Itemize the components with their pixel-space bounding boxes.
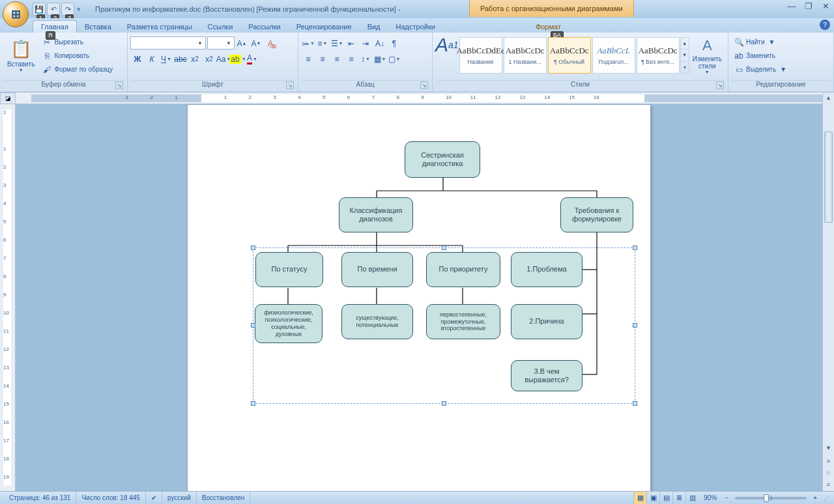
view-outline[interactable]: ≣ [672, 492, 685, 504]
status-language[interactable]: русский [162, 492, 197, 504]
zoom-out-button[interactable]: − [722, 494, 731, 501]
horizontal-ruler[interactable]: 32112345678910111213141516 [16, 92, 822, 104]
view-print-layout[interactable]: ▦ [633, 492, 646, 504]
restore-button[interactable]: ❐ [803, 1, 814, 11]
paste-button[interactable]: 📋 Вставить ▼ [3, 34, 39, 77]
resize-handle[interactable] [442, 245, 446, 250]
tab-addins[interactable]: Надстройки [388, 21, 443, 33]
para-launcher[interactable]: ↘ [420, 81, 428, 89]
bold-button[interactable]: Ж [130, 52, 145, 66]
style-item[interactable]: AaBbCcDdEeНазвание [459, 37, 502, 74]
diagram-node-requirements[interactable]: Требования к формулировке [560, 197, 633, 232]
multilevel-button[interactable]: ☰▼ [330, 36, 344, 50]
vertical-scrollbar[interactable]: ▲ ▼ ≡ ○ ≡ [822, 92, 834, 491]
status-spellcheck[interactable]: ✔ [146, 492, 162, 504]
office-button[interactable]: ⊞ [3, 1, 29, 27]
change-styles-button[interactable]: A Изменить стили▼ [689, 34, 725, 77]
status-zoom-value[interactable]: 90% [698, 492, 722, 504]
align-left-button[interactable]: ≡ [301, 52, 315, 66]
shrink-font-button[interactable]: A▼ [249, 36, 263, 50]
tab-page-layout[interactable]: Разметка страницы [119, 21, 200, 33]
find-button[interactable]: 🔍Найти▼ [732, 35, 788, 49]
ruler-corner[interactable]: ◪ [0, 92, 16, 104]
resize-handle[interactable] [633, 401, 637, 406]
format-painter-button[interactable]: 🖌Формат по образцу [40, 63, 115, 76]
diagram-selection[interactable] [253, 247, 635, 404]
replace-button[interactable]: abЗаменить [732, 49, 788, 63]
style-gallery[interactable]: AaBbCcDdEeНазвание AaBbCcDc1 Названи... … [459, 34, 689, 77]
vertical-ruler[interactable]: 11234567891011121314151617181920 [0, 104, 16, 491]
diagram-node-classification[interactable]: Классификация диагнозов [339, 197, 413, 232]
style-item[interactable]: AaBbCcDc¶ Без инте... [637, 37, 680, 74]
zoom-slider[interactable] [735, 497, 807, 499]
tab-view[interactable]: Вид [360, 21, 388, 33]
borders-button[interactable]: ▢▼ [387, 52, 401, 66]
show-marks-button[interactable]: ¶ [387, 36, 401, 50]
resize-handle[interactable] [251, 245, 255, 250]
tab-references[interactable]: Ссылки [200, 21, 241, 33]
strike-button[interactable]: abc [173, 52, 188, 66]
minimize-button[interactable]: — [786, 1, 798, 11]
tab-insert[interactable]: Вставка [77, 21, 119, 33]
qat-undo[interactable]: ↶ [47, 3, 60, 16]
align-center-button[interactable]: ≡ [315, 52, 330, 66]
select-button[interactable]: ▭Выделить▼ [732, 63, 788, 76]
clipboard-launcher[interactable]: ↘ [115, 81, 123, 89]
scroll-down-button[interactable]: ▼ [823, 443, 834, 453]
underline-button[interactable]: Ч▼ [159, 52, 173, 66]
help-button[interactable]: ? [820, 20, 830, 30]
diagram-node-root[interactable]: Сестринская диагностика [405, 141, 480, 178]
view-full-screen[interactable]: ▣ [646, 492, 659, 504]
document-area[interactable]: Сестринская диагностика Классификация ди… [16, 104, 822, 491]
status-recovered[interactable]: Восстановлен [197, 492, 250, 504]
resize-handle[interactable] [633, 245, 637, 250]
font-name-combo[interactable]: ▼ [130, 36, 206, 49]
dec-indent-button[interactable]: ⇤ [344, 36, 358, 50]
resize-handle[interactable] [251, 401, 255, 406]
copy-button[interactable]: ⎘Копировать [40, 49, 115, 63]
line-spacing-button[interactable]: ↕▼ [358, 52, 373, 66]
font-size-combo[interactable]: ▼ [207, 36, 235, 49]
view-web[interactable]: ▤ [659, 492, 672, 504]
style-item[interactable]: AaBbCcDc1 Названи... [504, 37, 547, 74]
font-color-button[interactable]: A▼ [245, 52, 259, 66]
browse-next-button[interactable]: ≡ [823, 479, 834, 490]
tab-mailings[interactable]: Рассылки [240, 21, 288, 33]
justify-button[interactable]: ≡ [344, 52, 358, 66]
highlight-button[interactable]: ab▼ [231, 52, 245, 66]
close-button[interactable]: ✕ [820, 1, 831, 11]
style-item[interactable]: AaBbCcLПодзагол... [592, 37, 635, 74]
bullets-button[interactable]: ≔▼ [301, 36, 315, 50]
grow-font-button[interactable]: A▲ [235, 36, 249, 50]
styles-launcher[interactable]: ↘ [716, 81, 724, 89]
shading-button[interactable]: ▦▼ [373, 52, 387, 66]
browse-prev-button[interactable]: ≡ [823, 456, 834, 466]
resize-handle[interactable] [442, 401, 446, 406]
resize-handle[interactable] [251, 323, 255, 328]
numbering-button[interactable]: ≡▼ [315, 36, 330, 50]
status-page[interactable]: Страница: 46 из 131 [4, 492, 76, 504]
subscript-button[interactable]: x2 [188, 52, 202, 66]
cut-button[interactable]: ✂Вырезать [40, 35, 115, 49]
resize-handle[interactable] [633, 323, 637, 328]
superscript-button[interactable]: x2 [202, 52, 216, 66]
browse-object-button[interactable]: ○ [823, 468, 834, 478]
italic-button[interactable]: К [145, 52, 159, 66]
style-item[interactable]: AaBbCcDc¶ Обычный [548, 37, 591, 74]
gallery-scroll[interactable]: ▲▼▾ [680, 37, 689, 74]
view-draft[interactable]: ▥ [685, 492, 698, 504]
align-right-button[interactable]: ≡ [330, 52, 344, 66]
scroll-thumb[interactable] [824, 132, 833, 223]
zoom-in-button[interactable]: + [811, 494, 820, 501]
zoom-handle[interactable] [764, 494, 769, 502]
tab-review[interactable]: Рецензирование [289, 21, 360, 33]
sort-button[interactable]: A↓ [373, 36, 387, 50]
qat-more-icon[interactable]: ▾ [76, 5, 82, 14]
clear-format-button[interactable]: A⌫ [263, 36, 278, 50]
qat-save[interactable]: 💾 [33, 3, 46, 16]
scroll-up-button[interactable]: ▲ [823, 92, 834, 103]
tab-home[interactable]: Главная [33, 20, 77, 33]
font-launcher[interactable]: ↘ [286, 81, 294, 89]
status-word-count[interactable]: Число слов: 18 445 [76, 492, 146, 504]
inc-indent-button[interactable]: ⇥ [358, 36, 373, 50]
